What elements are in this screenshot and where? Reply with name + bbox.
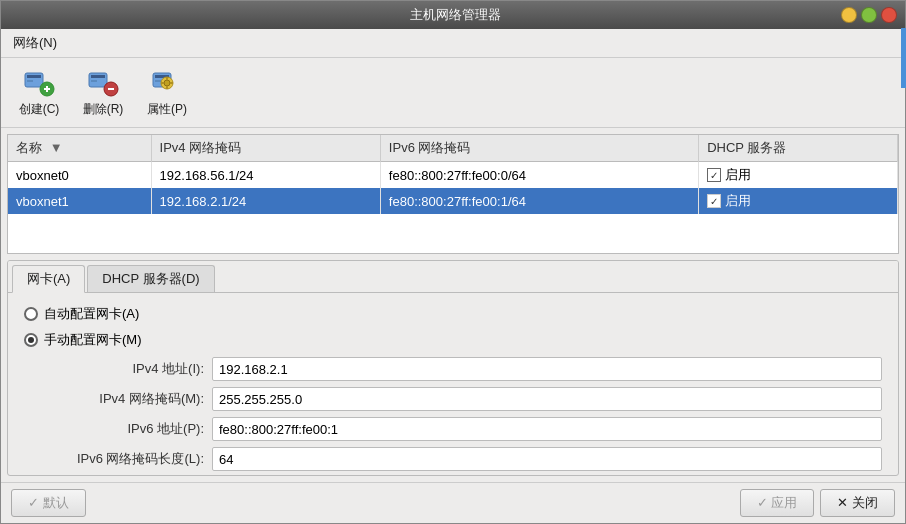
delete-network-icon: [87, 67, 119, 99]
window-title: 主机网络管理器: [69, 6, 841, 24]
apply-button[interactable]: ✓ 应用: [740, 489, 815, 517]
delete-button[interactable]: 删除(R): [73, 62, 133, 123]
ipv4mask-label: IPv4 网络掩码(M):: [44, 390, 204, 408]
detail-panel: 网卡(A) DHCP 服务器(D) 自动配置网卡(A): [7, 260, 899, 476]
ipv6prefix-input[interactable]: [212, 447, 882, 471]
maximize-button[interactable]: [861, 7, 877, 23]
window-controls: [841, 7, 897, 23]
bottom-right-actions: ✓ 应用 ✕ 关闭: [740, 489, 895, 517]
create-button-label: 创建(C): [19, 101, 60, 118]
table-row[interactable]: vboxnet0 192.168.56.1/24 fe80::800:27ff:…: [8, 162, 898, 189]
network-table: 名称 ▼ IPv4 网络掩码 IPv6 网络掩码 DHCP 服务器: [8, 135, 898, 214]
ipv6addr-row: IPv6 地址(P):: [44, 417, 882, 441]
tab-dhcp[interactable]: DHCP 服务器(D): [87, 265, 214, 292]
checkbox-icon-vboxnet1: ✓: [707, 194, 721, 208]
col-header-name[interactable]: 名称 ▼: [8, 135, 151, 162]
menubar: 网络(N): [1, 29, 905, 58]
svg-rect-16: [166, 77, 168, 80]
toolbar: 创建(C) 删除(R): [1, 58, 905, 128]
col-header-dhcp[interactable]: DHCP 服务器: [699, 135, 898, 162]
scrollbar-accent: [901, 28, 906, 88]
svg-point-15: [164, 80, 170, 86]
row-ipv6-vboxnet0: fe80::800:27ff:fe00:0/64: [380, 162, 698, 189]
network-menu-item[interactable]: 网络(N): [7, 32, 63, 54]
row-ipv4-vboxnet0: 192.168.56.1/24: [151, 162, 380, 189]
main-content: 名称 ▼ IPv4 网络掩码 IPv6 网络掩码 DHCP 服务器: [1, 128, 905, 482]
close-window-button[interactable]: [881, 7, 897, 23]
bottom-bar: ✓ 默认 ✓ 应用 ✕ 关闭: [1, 482, 905, 523]
minimize-button[interactable]: [841, 7, 857, 23]
create-network-icon: [23, 67, 55, 99]
ipv4addr-label: IPv4 地址(I):: [44, 360, 204, 378]
bottom-left-actions: ✓ 默认: [11, 489, 86, 517]
svg-rect-1: [27, 75, 41, 78]
ipv4mask-input[interactable]: [212, 387, 882, 411]
ipv6prefix-label: IPv6 网络掩码长度(L):: [44, 450, 204, 468]
svg-rect-19: [170, 82, 173, 84]
manual-radio-label[interactable]: 手动配置网卡(M): [24, 331, 882, 349]
network-table-container: 名称 ▼ IPv4 网络掩码 IPv6 网络掩码 DHCP 服务器: [7, 134, 899, 254]
table-row[interactable]: vboxnet1 192.168.2.1/24 fe80::800:27ff:f…: [8, 188, 898, 214]
ipv6prefix-row: IPv6 网络掩码长度(L):: [44, 447, 882, 471]
svg-rect-8: [91, 80, 97, 82]
ipv4addr-input[interactable]: [212, 357, 882, 381]
tab-nic[interactable]: 网卡(A): [12, 265, 85, 293]
auto-radio-button[interactable]: [24, 307, 38, 321]
row-ipv4-vboxnet1: 192.168.2.1/24: [151, 188, 380, 214]
col-header-ipv4mask[interactable]: IPv4 网络掩码: [151, 135, 380, 162]
dhcp-check-vboxnet0: ✓ 启用: [707, 166, 751, 184]
svg-rect-5: [46, 86, 48, 92]
ipv6addr-label: IPv6 地址(P):: [44, 420, 204, 438]
row-ipv6-vboxnet1: fe80::800:27ff:fe00:1/64: [380, 188, 698, 214]
main-window: 主机网络管理器 网络(N): [0, 0, 906, 524]
properties-button[interactable]: 属性(P): [137, 62, 197, 123]
svg-rect-18: [161, 82, 164, 84]
properties-network-icon: [151, 67, 183, 99]
row-name-vboxnet0: vboxnet0: [8, 162, 151, 189]
sort-arrow-name: ▼: [50, 140, 63, 155]
properties-button-label: 属性(P): [147, 101, 187, 118]
ipv6addr-input[interactable]: [212, 417, 882, 441]
nic-tab-content: 自动配置网卡(A) 手动配置网卡(M) IPv4 地址(I):: [8, 293, 898, 475]
checkbox-icon-vboxnet0: ✓: [707, 168, 721, 182]
tab-bar: 网卡(A) DHCP 服务器(D): [8, 261, 898, 293]
close-button[interactable]: ✕ 关闭: [820, 489, 895, 517]
row-dhcp-vboxnet0: ✓ 启用: [699, 162, 898, 189]
reset-button[interactable]: ✓ 默认: [11, 489, 86, 517]
ipv4mask-row: IPv4 网络掩码(M):: [44, 387, 882, 411]
svg-rect-13: [155, 80, 161, 82]
auto-radio-label[interactable]: 自动配置网卡(A): [24, 305, 882, 323]
manual-radio-button[interactable]: [24, 333, 38, 347]
row-dhcp-vboxnet1: ✓ 启用: [699, 188, 898, 214]
nic-form-fields: IPv4 地址(I): IPv4 网络掩码(M): IPv6 地址(P):: [44, 357, 882, 471]
create-button[interactable]: 创建(C): [9, 62, 69, 123]
svg-rect-2: [27, 80, 33, 82]
col-header-ipv6mask[interactable]: IPv6 网络掩码: [380, 135, 698, 162]
ipv4addr-row: IPv4 地址(I):: [44, 357, 882, 381]
delete-button-label: 删除(R): [83, 101, 124, 118]
row-name-vboxnet1: vboxnet1: [8, 188, 151, 214]
dhcp-check-vboxnet1: ✓ 启用: [707, 192, 751, 210]
svg-rect-7: [91, 75, 105, 78]
svg-rect-10: [108, 88, 114, 90]
titlebar: 主机网络管理器: [1, 1, 905, 29]
svg-rect-17: [166, 86, 168, 89]
